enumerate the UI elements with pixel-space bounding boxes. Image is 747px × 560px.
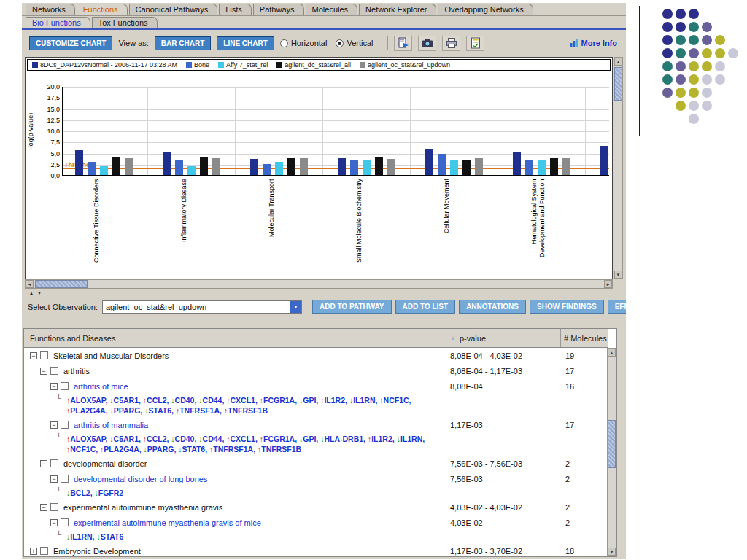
bar-agilent-dc-stat-rel-all[interactable]	[462, 160, 471, 175]
radio-vertical-icon[interactable]	[336, 39, 344, 47]
tab-networks[interactable]: Networks	[26, 4, 75, 15]
table-vertical-scrollbar[interactable]: ▲ ▼	[607, 348, 616, 556]
bar-chart-button[interactable]: BAR CHART	[155, 36, 211, 50]
tab-tox-functions[interactable]: Tox Functions	[92, 17, 158, 28]
tab-lists[interactable]: Lists	[219, 4, 252, 15]
chart-hscroll-thumb[interactable]	[35, 280, 88, 288]
gene-name[interactable]: IL1RN,	[353, 396, 379, 405]
bar-agilent-oc-stat-rel-updown[interactable]	[212, 158, 220, 175]
gene-name[interactable]: NCF1C,	[70, 445, 100, 454]
gene-name[interactable]: NCF1C,	[384, 396, 411, 405]
show-findings-button[interactable]: SHOW FINDINGS	[530, 300, 604, 314]
function-link[interactable]: arthritis of mammalia	[74, 421, 148, 429]
radio-horizontal-icon[interactable]	[280, 39, 288, 47]
bar-agilent-oc-stat-rel-updown[interactable]	[562, 158, 570, 175]
scroll-right-icon[interactable]: ►	[604, 280, 612, 288]
expander-plus-icon[interactable]: +	[30, 548, 37, 555]
bar-affy-7-stat-rel[interactable]	[450, 160, 458, 175]
bar-8dcs-dap12vsnormal-2006-11-17-03-28-am[interactable]	[600, 146, 608, 175]
gene-name[interactable]: CCL2,	[147, 435, 171, 443]
column-header-pvalue[interactable]: ▲p-value	[444, 329, 561, 347]
chart-horizontal-scrollbar[interactable]: ◄ ►	[25, 279, 613, 289]
gene-name[interactable]: CD44,	[203, 396, 227, 405]
expander-minus-icon[interactable]: −	[50, 383, 58, 390]
bar-affy-7-stat-rel[interactable]	[100, 166, 108, 175]
gene-name[interactable]: CD40,	[175, 435, 199, 443]
bar-agilent-oc-stat-rel-updown[interactable]	[387, 159, 395, 175]
dropdown-arrow-icon[interactable]: ▼	[290, 301, 301, 313]
row-checkbox[interactable]	[50, 503, 58, 511]
print-button[interactable]	[442, 36, 460, 51]
gene-name[interactable]: CXCL1,	[230, 396, 259, 405]
bar-bone[interactable]	[350, 160, 358, 175]
row-checkbox[interactable]	[50, 459, 58, 467]
gene-name[interactable]: BCL2,	[70, 489, 94, 497]
effect-on-fun-button[interactable]: EFFECT ON FUN	[608, 300, 626, 314]
gene-name[interactable]: CD44,	[203, 435, 227, 443]
gene-name[interactable]: FCGR1A,	[263, 396, 299, 405]
tab-bio-functions[interactable]: Bio Functions	[26, 17, 90, 28]
table-vscroll-thumb[interactable]	[608, 420, 616, 468]
chart-vscroll-thumb[interactable]	[614, 67, 622, 101]
report-button[interactable]	[466, 36, 484, 51]
bar-bone[interactable]	[175, 160, 183, 175]
tab-canonical-pathways[interactable]: Canonical Pathways	[129, 4, 218, 15]
gene-name[interactable]: IL1RN,	[400, 435, 425, 443]
gene-name[interactable]: C5AR1,	[114, 435, 143, 443]
column-header-functions[interactable]: Functions and Diseases	[24, 329, 444, 347]
gene-name[interactable]: FCGR1A,	[263, 435, 299, 443]
add-to-pathway-button[interactable]: ADD TO PATHWAY	[312, 300, 392, 314]
split-pane-divider[interactable]: ▲ ▼	[25, 290, 623, 297]
bar-bone[interactable]	[263, 164, 271, 175]
gene-name[interactable]: IL1R2,	[324, 396, 349, 405]
bar-agilent-dc-stat-rel-all[interactable]	[112, 157, 120, 175]
radio-option-horizontal[interactable]: Horizontal	[280, 39, 328, 47]
bar-agilent-oc-stat-rel-updown[interactable]	[125, 158, 133, 175]
expander-minus-icon[interactable]: −	[50, 519, 58, 526]
row-checkbox[interactable]	[61, 475, 69, 483]
tab-overlapping-networks[interactable]: Overlapping Networks	[438, 4, 533, 15]
expander-minus-icon[interactable]: −	[40, 368, 47, 375]
bar-bone[interactable]	[88, 162, 96, 175]
bar-agilent-dc-stat-rel-all[interactable]	[550, 158, 558, 175]
more-info-link[interactable]: More Info	[570, 39, 618, 47]
bar-agilent-oc-stat-rel-updown[interactable]	[475, 158, 483, 175]
gene-name[interactable]: STAT6,	[148, 406, 176, 415]
expander-minus-icon[interactable]: −	[50, 421, 58, 429]
gene-name[interactable]: STAT6,	[182, 445, 210, 454]
row-checkbox[interactable]	[40, 351, 48, 359]
customize-chart-button[interactable]: CUSTOMIZE CHART	[29, 36, 112, 50]
expander-minus-icon[interactable]: −	[40, 504, 47, 511]
gene-name[interactable]: FGFR2	[98, 489, 123, 497]
bar-affy-7-stat-rel[interactable]	[363, 160, 371, 175]
bar-agilent-dc-stat-rel-all[interactable]	[375, 157, 383, 175]
gene-name[interactable]: CCL2,	[147, 396, 171, 405]
row-checkbox[interactable]	[61, 421, 69, 429]
bar-affy-7-stat-rel[interactable]	[275, 162, 283, 175]
bar-affy-7-stat-rel[interactable]	[538, 160, 546, 175]
gene-name[interactable]: PPARG,	[114, 406, 144, 415]
table-scroll-down-icon[interactable]: ▼	[608, 548, 616, 556]
expander-minus-icon[interactable]: −	[30, 352, 37, 359]
line-chart-button[interactable]: LINE CHART	[217, 36, 274, 50]
snapshot-button[interactable]	[418, 36, 436, 51]
tab-network-explorer[interactable]: Network Explorer	[359, 4, 436, 15]
gene-name[interactable]: CD40,	[175, 396, 199, 405]
gene-name[interactable]: ALOX5AP,	[70, 396, 109, 405]
bar-agilent-dc-stat-rel-all[interactable]	[200, 157, 208, 175]
tab-molecules[interactable]: Molecules	[306, 4, 358, 15]
bar-8dcs-dap12vsnormal-2006-11-17-03-28-am[interactable]	[250, 159, 258, 175]
gene-name[interactable]: ALOX5AP,	[70, 435, 109, 443]
bar-bone[interactable]	[438, 154, 446, 175]
bar-agilent-dc-stat-rel-all[interactable]	[287, 158, 295, 175]
row-checkbox[interactable]	[40, 547, 48, 555]
gene-name[interactable]: TNFRSF1B	[228, 406, 268, 415]
bar-agilent-oc-stat-rel-updown[interactable]	[300, 158, 308, 175]
bar-affy-7-stat-rel[interactable]	[187, 166, 196, 175]
gene-name[interactable]: TNFRSF1A,	[213, 445, 258, 454]
gene-name[interactable]: C5AR1,	[114, 396, 143, 405]
bar-8dcs-dap12vsnormal-2006-11-17-03-28-am[interactable]	[425, 149, 433, 175]
function-link[interactable]: experimental autoimmune myasthenia gravi…	[74, 518, 261, 527]
gene-name[interactable]: HLA-DRB1,	[324, 435, 368, 443]
export-image-button[interactable]	[394, 36, 412, 51]
